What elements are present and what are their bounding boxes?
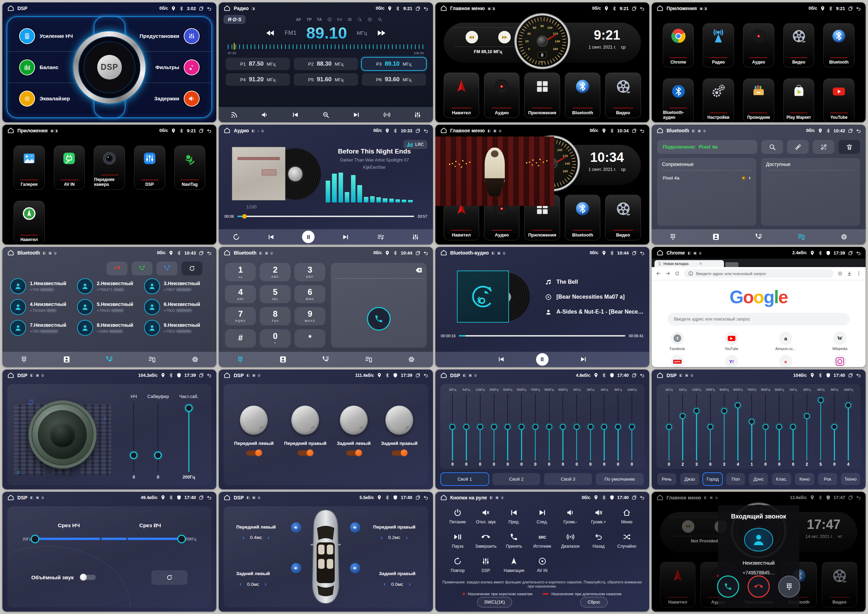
back-icon[interactable] xyxy=(856,6,861,11)
home-icon[interactable] xyxy=(223,494,231,501)
nav-forward-icon[interactable] xyxy=(665,271,670,276)
bt-connect-button[interactable] xyxy=(787,140,809,154)
eq-band[interactable]: 500Гц 3 xyxy=(717,388,731,467)
swc-function-button[interactable]: Источник xyxy=(528,533,556,549)
eq-thumb[interactable] xyxy=(601,424,607,430)
eq-thumb[interactable] xyxy=(587,424,594,430)
app-tile[interactable]: Play Маркет xyxy=(783,79,815,122)
swc-function-button[interactable]: Откл. звук xyxy=(472,509,500,524)
progress-handle[interactable] xyxy=(242,214,247,219)
next-icon[interactable] xyxy=(342,233,349,241)
site-shortcut[interactable]: e eBay xyxy=(775,355,796,367)
app-tile[interactable]: NaviTag xyxy=(174,146,206,190)
pause-button[interactable] xyxy=(536,353,549,366)
home-icon[interactable] xyxy=(7,249,15,257)
outgoing-calls-filter[interactable] xyxy=(157,262,177,275)
eq-genre-button[interactable]: Поп xyxy=(726,473,745,485)
eq-band[interactable]: 2КГц 0 xyxy=(584,388,598,467)
tab-call-history-icon[interactable] xyxy=(105,356,113,363)
slider-thumb[interactable] xyxy=(130,451,138,459)
increase-button[interactable]: › xyxy=(406,535,408,541)
app-tile[interactable]: Bluetooth-аудио xyxy=(663,79,694,122)
call-history-entry[interactable]: 4.Неизвестный +792684 xyxy=(10,299,75,315)
increase-button[interactable]: › xyxy=(268,535,270,541)
call-history-entry[interactable]: 2.Неизвестный +796471 xyxy=(77,278,142,294)
eq-thumb[interactable] xyxy=(450,424,456,430)
number-entry-panel[interactable] xyxy=(331,263,426,347)
equalizer-icon[interactable] xyxy=(412,233,419,241)
repeat-icon[interactable] xyxy=(232,233,240,241)
eq-preset-button[interactable]: Свой 1 xyxy=(441,473,489,485)
radio-mode[interactable] xyxy=(367,17,372,22)
new-tab-stub[interactable] xyxy=(725,262,738,267)
eq-thumb[interactable] xyxy=(845,403,851,408)
bt-disconnect-button[interactable] xyxy=(813,140,834,154)
radio-toolbar-icon[interactable] xyxy=(414,111,421,118)
app-tile[interactable]: DSP xyxy=(134,146,165,190)
radio-preset[interactable]: P491.20МГц xyxy=(226,73,290,86)
recents-icon[interactable] xyxy=(632,128,637,133)
swc-function-button[interactable]: Диапазон xyxy=(556,533,584,549)
eq-thumb[interactable] xyxy=(491,424,497,430)
dialpad-key[interactable]: 3 DEF xyxy=(294,263,326,281)
slider-thumb[interactable] xyxy=(185,404,193,412)
google-search-box[interactable]: Введите адрес или поисковый запрос xyxy=(668,313,849,326)
tab-contacts-icon[interactable] xyxy=(279,356,287,363)
eq-band[interactable]: 32Гц 0 xyxy=(446,388,460,467)
high-cut-handle[interactable] xyxy=(177,535,186,543)
recents-icon[interactable] xyxy=(632,373,637,378)
app-tile[interactable]: Проводник xyxy=(743,79,774,122)
recents-icon[interactable] xyxy=(848,373,853,378)
tab-bt-settings-icon[interactable] xyxy=(840,233,848,241)
site-shortcut[interactable]: W Wikipedia xyxy=(829,332,850,351)
eq-thumb[interactable] xyxy=(763,424,768,430)
recents-icon[interactable] xyxy=(415,128,420,133)
tab-contacts-icon[interactable] xyxy=(712,233,720,241)
eq-thumb[interactable] xyxy=(666,424,672,430)
eq-genre-button[interactable]: Город xyxy=(703,473,722,485)
dsp-center-knob[interactable]: DSP xyxy=(73,31,146,104)
radio-mode[interactable]: TA xyxy=(317,17,322,22)
eq-band[interactable]: 64Гц 2 xyxy=(676,388,690,467)
call-history-entry[interactable]: 3.Неизвестный +7967 xyxy=(144,278,209,294)
app-tile[interactable]: YouTube xyxy=(823,79,854,122)
radio-mode[interactable] xyxy=(347,17,352,22)
back-icon[interactable] xyxy=(640,495,645,500)
radio-toolbar-icon[interactable] xyxy=(231,111,238,118)
tab-dialpad-icon[interactable] xyxy=(669,233,677,241)
volume-knob[interactable] xyxy=(384,404,415,436)
decrease-button[interactable]: ‹ xyxy=(381,535,383,541)
home-icon[interactable] xyxy=(223,249,231,257)
swc-function-button[interactable]: Завершить xyxy=(472,533,500,549)
recents-icon[interactable] xyxy=(198,128,204,133)
show-dialpad-button[interactable] xyxy=(778,575,800,598)
eq-thumb[interactable] xyxy=(505,424,511,430)
eq-thumb[interactable] xyxy=(546,424,552,430)
dialpad-key[interactable]: # xyxy=(225,329,256,347)
swc-function-button[interactable]: DSP xyxy=(472,557,500,573)
tab-call-history-icon[interactable] xyxy=(322,356,330,363)
eq-genre-button[interactable]: Джаз xyxy=(680,473,699,485)
home-icon[interactable] xyxy=(656,249,664,257)
decline-call-button[interactable] xyxy=(747,575,770,598)
eq-band[interactable]: 700Гц 0 xyxy=(529,388,542,467)
site-shortcut[interactable]: Y! Yahoo xyxy=(721,355,742,367)
radio-next-button[interactable] xyxy=(498,31,511,43)
back-icon[interactable] xyxy=(640,6,645,11)
chevron-right-icon[interactable]: › xyxy=(749,175,751,181)
radio-toolbar-icon[interactable] xyxy=(291,111,299,118)
eq-band[interactable]: 700Гц 1 xyxy=(745,388,759,467)
swc-reset-button[interactable]: Сброс xyxy=(580,597,607,608)
back-icon[interactable] xyxy=(856,373,861,378)
swc-function-button[interactable]: Громк.+ xyxy=(584,509,612,524)
increase-button[interactable]: › xyxy=(265,581,266,587)
eq-band[interactable]: 600Гц 4 xyxy=(731,388,745,467)
volume-knob[interactable] xyxy=(239,404,269,436)
tab-devices-icon[interactable] xyxy=(365,356,372,363)
app-tile[interactable]: Видео xyxy=(783,23,815,67)
lrc-badge[interactable]: LRC xyxy=(403,140,428,149)
url-bar[interactable]: Введите адрес или поисковый запрос xyxy=(684,269,833,278)
dock-app[interactable]: Видео xyxy=(605,195,640,240)
low-cut-handle[interactable] xyxy=(31,535,39,543)
incoming-calls-filter[interactable] xyxy=(132,262,152,275)
